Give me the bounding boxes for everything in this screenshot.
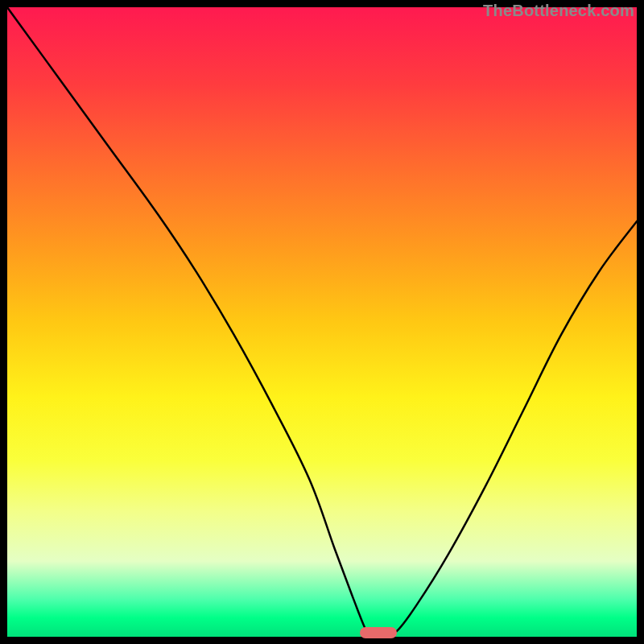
attribution-label: TheBottleneck.com	[483, 2, 634, 20]
chart-svg	[7, 7, 637, 637]
plot-area	[7, 7, 637, 637]
optimal-marker	[360, 627, 397, 638]
bottleneck-curve	[7, 7, 637, 637]
